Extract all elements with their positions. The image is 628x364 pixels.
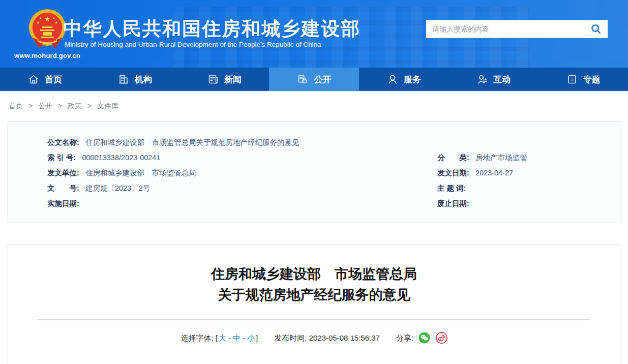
main-nav: 首页 机构 新闻 公开 服务 互: [0, 68, 628, 91]
font-selector-label: 选择字体:: [181, 333, 213, 342]
font-size-medium-button[interactable]: 中: [233, 333, 241, 342]
meta-row-issuing-org: 发文单位: 住房和城乡建设部 市场监管总局: [8, 165, 437, 180]
svg-text:★: ★: [39, 16, 42, 20]
search-input[interactable]: [432, 25, 590, 33]
nav-item-label: 服务: [404, 74, 421, 85]
svg-text:☆: ☆: [570, 76, 575, 82]
meta-field-value: 建房规〔2023〕2号: [85, 184, 150, 192]
breadcrumb-disclosure[interactable]: 公开: [38, 102, 52, 110]
disclosure-doc-icon: [296, 73, 309, 85]
nav-item-topics[interactable]: ☆ 专题: [539, 68, 628, 91]
publish-time-label: 发布时间:: [274, 333, 307, 342]
home-icon: [27, 73, 40, 85]
meta-row-spacer: [437, 135, 620, 150]
meta-field-value: 住房和城乡建设部 市场监管总局: [85, 169, 196, 177]
nav-item-label: 首页: [45, 74, 62, 85]
nav-item-news[interactable]: 新闻: [180, 68, 269, 91]
font-size-large-button[interactable]: 大: [219, 333, 226, 342]
publish-time-value: 2023-05-08 15:56:37: [309, 333, 380, 342]
meta-field-label: 文 号:: [47, 184, 79, 192]
nav-item-disclosure[interactable]: 公开: [269, 68, 358, 91]
breadcrumb: 首页 > 公开 > 政策 > 文件库: [9, 102, 628, 111]
bracket-open: [: [216, 333, 218, 342]
site-subtitle: Ministry of Housing and Urban-Rural Deve…: [65, 41, 321, 48]
meta-field-label: 主 题 词:: [437, 184, 466, 192]
font-size-small-button[interactable]: 小: [247, 333, 255, 342]
publish-time: 发布时间: 2023-05-08 15:56:37: [274, 333, 382, 342]
site-url: www.mohurd.gov.cn: [9, 52, 85, 59]
share-group: 分享:: [396, 333, 447, 342]
svg-text:★: ★: [55, 21, 58, 24]
breadcrumb-separator: >: [87, 102, 92, 110]
meta-field-label: 发文日期:: [437, 169, 469, 177]
news-icon: [207, 73, 219, 85]
document-meta-box: 公文名称: 住房和城乡建设部 市场监管总局关于规范房地产经纪服务的意见 索 引 …: [8, 122, 620, 223]
nav-item-service[interactable]: 服务: [359, 68, 448, 91]
breadcrumb-separator: >: [58, 102, 62, 110]
document-title-line2: 关于规范房地产经纪服务的意见: [8, 285, 620, 306]
font-size-selector: 选择字体: [大-中-小]: [181, 333, 260, 342]
svg-text:★: ★: [52, 16, 55, 20]
meta-field-label: 实施日期:: [47, 199, 79, 207]
breadcrumb-current: 文件库: [97, 102, 118, 110]
article-toolbar: 选择字体: [大-中-小] 发布时间: 2023-05-08 15:56:37 …: [8, 332, 620, 344]
meta-row-effective-date: 实施日期:: [8, 196, 437, 211]
meta-field-label: 分 类:: [437, 154, 469, 162]
meta-field-value: 2023-04-27: [475, 169, 513, 177]
meta-row-index-no: 索 引 号: 000013338/2023-00241: [8, 150, 437, 165]
meta-row-repeal-date: 废止日期:: [437, 196, 620, 211]
meta-row-issue-date: 发文日期: 2023-04-27: [437, 165, 620, 180]
meta-field-value: 住房和城乡建设部 市场监管总局关于规范房地产经纪服务的意见: [85, 138, 300, 146]
breadcrumb-policy[interactable]: 政策: [68, 102, 82, 110]
nav-item-label: 专题: [583, 74, 601, 85]
font-size-dash: -: [228, 333, 231, 342]
nav-item-label: 公开: [314, 74, 331, 85]
meta-field-value: 房地产市场监管: [475, 154, 527, 162]
share-label: 分享:: [396, 333, 413, 342]
wechat-share-icon[interactable]: [418, 332, 430, 344]
national-emblem-icon: ★ ★ ★ ★ ★: [27, 8, 67, 50]
title-divider: [38, 319, 590, 320]
site-title: 中华人民共和国住房和城乡建设部: [63, 16, 361, 42]
meta-row-doc-no: 文 号: 建房规〔2023〕2号: [8, 180, 437, 196]
nav-item-label: 互动: [493, 74, 511, 85]
service-person-icon: [386, 73, 399, 85]
meta-field-label: 废止日期:: [437, 199, 469, 207]
meta-field-label: 索 引 号:: [47, 154, 76, 162]
bracket-close: ]: [256, 333, 258, 342]
meta-row-keywords: 主 题 词:: [437, 180, 620, 196]
breadcrumb-separator: >: [28, 102, 33, 110]
nav-item-label: 新闻: [224, 74, 242, 85]
meta-row-category: 分 类: 房地产市场监管: [437, 150, 620, 165]
document-title: 住房和城乡建设部 市场监管总局 关于规范房地产经纪服务的意见: [8, 264, 620, 306]
site-header: ★ ★ ★ ★ ★ www.mohurd.gov.cn 中华人民共和国住房和城乡…: [0, 0, 628, 68]
search-icon[interactable]: [590, 23, 602, 35]
nav-item-label: 机构: [135, 74, 152, 85]
nav-item-org[interactable]: 机构: [89, 68, 179, 91]
meta-field-label: 发文单位:: [47, 169, 79, 177]
document-content-box: 住房和城乡建设部 市场监管总局 关于规范房地产经纪服务的意见 选择字体: [大-…: [8, 245, 620, 364]
breadcrumb-home[interactable]: 首页: [9, 102, 23, 110]
weibo-share-icon[interactable]: [436, 332, 447, 344]
special-topic-star-icon: ☆: [566, 73, 578, 85]
org-building-icon: [117, 73, 130, 85]
meta-right-column: 分 类: 房地产市场监管 发文日期: 2023-04-27 主 题 词: 废止日…: [437, 135, 620, 211]
nav-item-interaction[interactable]: 互动: [448, 68, 538, 91]
nav-item-home[interactable]: 首页: [0, 68, 89, 91]
meta-field-label: 公文名称:: [47, 138, 79, 146]
meta-field-value: 000013338/2023-00241: [82, 154, 160, 162]
interaction-person-icon: [476, 73, 488, 85]
document-title-line1: 住房和城乡建设部 市场监管总局: [8, 264, 620, 285]
font-size-dash: -: [243, 333, 245, 342]
meta-row-doc-name: 公文名称: 住房和城乡建设部 市场监管总局关于规范房地产经纪服务的意见: [8, 135, 437, 150]
svg-text:★: ★: [37, 21, 40, 24]
meta-left-column: 公文名称: 住房和城乡建设部 市场监管总局关于规范房地产经纪服务的意见 索 引 …: [8, 135, 437, 211]
search-box[interactable]: [426, 20, 608, 38]
svg-text:★: ★: [44, 15, 51, 23]
